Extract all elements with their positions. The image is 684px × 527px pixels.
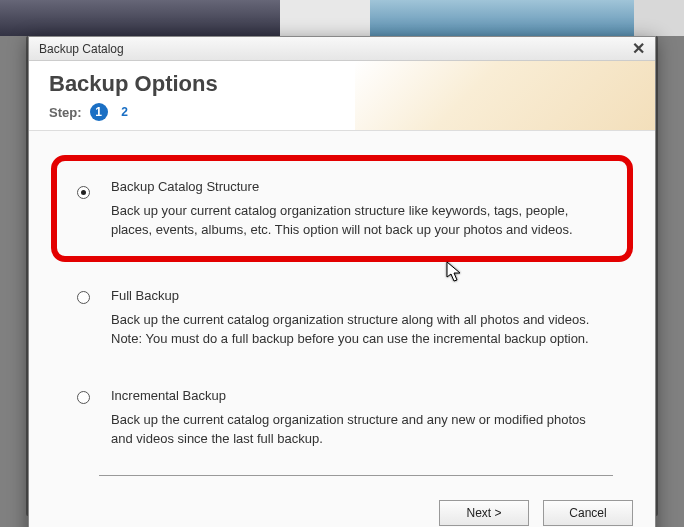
option-title: Incremental Backup <box>111 388 607 403</box>
cancel-button[interactable]: Cancel <box>543 500 633 526</box>
step-1[interactable]: 1 <box>90 103 108 121</box>
background-thumbnails <box>0 0 684 36</box>
option-title: Full Backup <box>111 288 607 303</box>
option-backup-catalog-structure[interactable]: Backup Catalog Structure Back up your cu… <box>51 155 633 262</box>
dialog-body: Backup Catalog Structure Back up your cu… <box>29 131 655 486</box>
separator <box>99 475 613 476</box>
step-indicator: Step: 1 2 <box>49 103 635 121</box>
next-button[interactable]: Next > <box>439 500 529 526</box>
backup-options-dialog: Backup Catalog ✕ Backup Options Step: 1 … <box>28 36 656 527</box>
close-icon[interactable]: ✕ <box>628 41 649 57</box>
option-title: Backup Catalog Structure <box>111 179 607 194</box>
radio-incremental-backup[interactable] <box>77 391 90 404</box>
step-label: Step: <box>49 105 82 120</box>
option-desc: Back up your current catalog organizatio… <box>111 202 607 240</box>
option-desc: Back up the current catalog organization… <box>111 311 607 349</box>
option-full-backup[interactable]: Full Backup Back up the current catalog … <box>59 274 625 363</box>
titlebar[interactable]: Backup Catalog ✕ <box>29 37 655 61</box>
option-desc: Back up the current catalog organization… <box>111 411 607 449</box>
radio-backup-catalog-structure[interactable] <box>77 186 90 199</box>
dialog-footer: Next > Cancel <box>29 486 655 527</box>
window-title: Backup Catalog <box>39 42 628 56</box>
dialog-header: Backup Options Step: 1 2 <box>29 61 655 131</box>
step-2[interactable]: 2 <box>116 103 134 121</box>
page-title: Backup Options <box>49 71 635 97</box>
radio-full-backup[interactable] <box>77 291 90 304</box>
option-incremental-backup[interactable]: Incremental Backup Back up the current c… <box>59 374 625 463</box>
